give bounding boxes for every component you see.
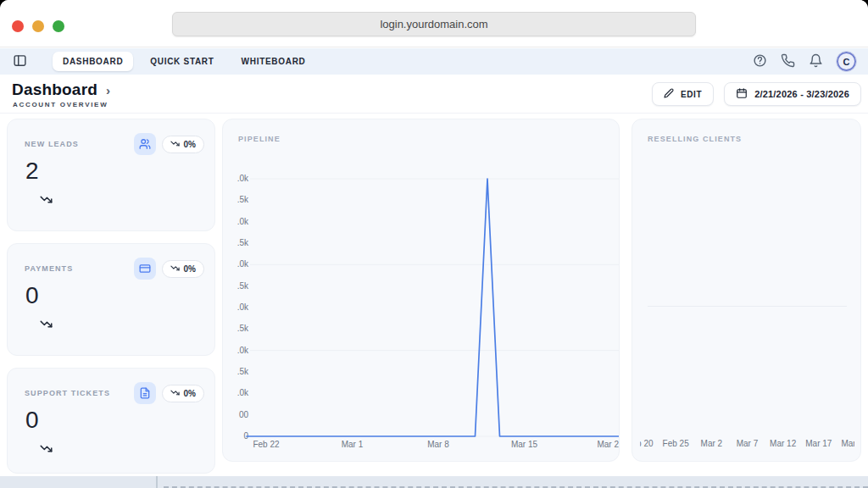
stat-card-support-tickets: SUPPORT TICKETS 0% 0 bbox=[7, 368, 215, 474]
top-navbar: DASHBOARD QUICK START WHITEBOARD C bbox=[0, 48, 868, 75]
x-tick-label: Mar 7 bbox=[737, 439, 759, 448]
help-icon bbox=[753, 53, 767, 70]
stat-label: PAYMENTS bbox=[25, 264, 134, 273]
tab-whiteboard[interactable]: WHITEBOARD bbox=[231, 52, 316, 71]
stats-column: NEW LEADS 0% 2 PAYMENTS bbox=[7, 119, 215, 485]
edit-button[interactable]: EDIT bbox=[652, 82, 714, 106]
stat-value: 0 bbox=[25, 282, 39, 309]
stat-card-payments: PAYMENTS 0% 0 bbox=[7, 243, 215, 356]
trend-badge-value: 0% bbox=[184, 264, 196, 274]
trending-down-icon bbox=[170, 263, 180, 274]
pipeline-chart-svg bbox=[223, 119, 620, 462]
stat-label: NEW LEADS bbox=[25, 140, 134, 148]
date-range-label: 2/21/2026 - 3/23/2026 bbox=[754, 89, 849, 99]
credit-card-icon bbox=[134, 258, 156, 280]
window-controls bbox=[12, 20, 64, 32]
phone-button[interactable] bbox=[780, 54, 795, 69]
browser-window: login.yourdomain.com DASHBOARD QUICK STA… bbox=[0, 0, 868, 488]
user-avatar[interactable]: C bbox=[836, 51, 857, 72]
reselling-x-axis: Feb 20Feb 25Mar 2Mar 7Mar 12Mar 17Mar 22 bbox=[640, 438, 854, 452]
x-tick-label: Mar 12 bbox=[770, 439, 796, 448]
stat-value: 0 bbox=[25, 407, 39, 434]
reselling-clients-panel: RESELLING CLIENTS Feb 20Feb 25Mar 2Mar 7… bbox=[632, 119, 861, 462]
page-subtitle: ACCOUNT OVERVIEW bbox=[13, 101, 108, 108]
url-text: login.yourdomain.com bbox=[380, 18, 487, 30]
x-tick-label: Feb 25 bbox=[663, 439, 689, 448]
stat-card-new-leads: NEW LEADS 0% 2 bbox=[7, 119, 215, 231]
header-actions: EDIT 2/21/2026 - 3/23/2026 bbox=[652, 82, 861, 106]
trend-badge-value: 0% bbox=[184, 389, 196, 398]
trend-badge: 0% bbox=[162, 136, 204, 153]
reselling-panel-title: RESELLING CLIENTS bbox=[648, 135, 742, 143]
pipeline-panel: PIPELINE 000.0k.5k.0k.5k.0k.5k.0k.5k.0k.… bbox=[222, 119, 620, 462]
calendar-icon bbox=[736, 87, 748, 102]
pipeline-series-line bbox=[247, 179, 620, 436]
trending-down-icon bbox=[40, 193, 53, 209]
trend-badge-value: 0% bbox=[184, 140, 196, 149]
users-icon bbox=[134, 133, 156, 155]
trending-down-icon bbox=[40, 318, 53, 334]
trending-down-icon bbox=[170, 139, 180, 150]
panel-left-icon bbox=[13, 53, 27, 70]
sidebar-toggle-button[interactable] bbox=[11, 53, 28, 70]
browser-chrome: login.yourdomain.com bbox=[0, 0, 868, 47]
minimize-window-button[interactable] bbox=[32, 20, 44, 32]
trending-down-icon bbox=[40, 442, 53, 458]
stat-value: 2 bbox=[25, 158, 39, 185]
edit-button-label: EDIT bbox=[681, 90, 702, 99]
page-header: Dashboard › ACCOUNT OVERVIEW EDIT 2/21/2… bbox=[0, 75, 868, 114]
maximize-window-button[interactable] bbox=[53, 20, 64, 32]
trending-down-icon bbox=[170, 388, 180, 399]
phone-icon bbox=[781, 53, 795, 70]
notifications-button[interactable] bbox=[808, 54, 823, 69]
x-tick-label: Mar 2 bbox=[701, 439, 723, 448]
date-range-button[interactable]: 2/21/2026 - 3/23/2026 bbox=[724, 82, 861, 106]
stat-label: SUPPORT TICKETS bbox=[25, 389, 134, 397]
page-title: Dashboard bbox=[12, 80, 97, 99]
help-button[interactable] bbox=[752, 54, 767, 69]
trend-badge: 0% bbox=[162, 260, 204, 278]
address-bar[interactable]: login.yourdomain.com bbox=[172, 12, 696, 36]
section-divider bbox=[156, 476, 158, 488]
chevron-right-icon[interactable]: › bbox=[106, 83, 110, 97]
close-window-button[interactable] bbox=[12, 20, 24, 32]
navbar-actions: C bbox=[752, 51, 857, 72]
bell-icon bbox=[809, 53, 823, 70]
tab-quick-start[interactable]: QUICK START bbox=[140, 52, 224, 71]
gridline bbox=[648, 306, 847, 307]
nav-tabs: DASHBOARD QUICK START WHITEBOARD bbox=[53, 52, 316, 71]
file-text-icon bbox=[134, 382, 156, 404]
x-tick-label: Mar 22 bbox=[841, 439, 854, 448]
tab-dashboard[interactable]: DASHBOARD bbox=[53, 52, 133, 71]
x-tick-label: Mar 17 bbox=[805, 439, 832, 448]
next-section-edge bbox=[0, 476, 868, 488]
x-tick-label: Feb 20 bbox=[640, 439, 654, 448]
trend-badge: 0% bbox=[162, 385, 204, 402]
pencil-icon bbox=[664, 88, 674, 101]
